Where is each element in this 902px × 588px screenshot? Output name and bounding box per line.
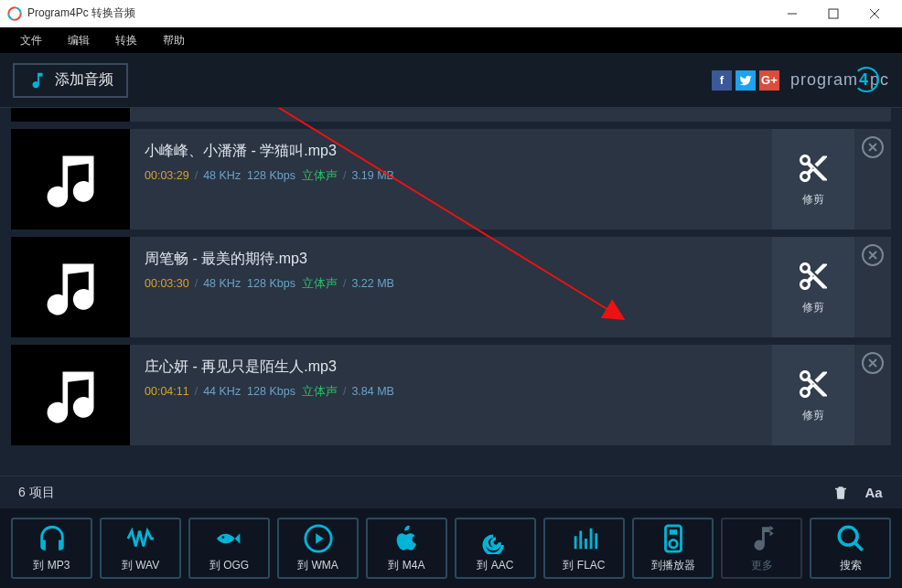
track-row[interactable]: 庄心妍 - 再见只是陌生人.mp3 00:04:11/44 KHz 128 Kb…: [11, 345, 891, 445]
spiral-icon: [480, 523, 511, 554]
track-info: 小峰峰、小潘潘 - 学猫叫.mp3 00:03:29/48 KHz 128 Kb…: [130, 129, 772, 230]
track-thumbnail: [11, 237, 130, 337]
menu-convert[interactable]: 转换: [102, 33, 150, 48]
googleplus-icon[interactable]: G+: [759, 70, 779, 91]
remove-track-button[interactable]: [854, 237, 891, 337]
track-row-partial: [11, 108, 891, 122]
window-minimize-button[interactable]: [771, 0, 812, 27]
track-title: 庄心妍 - 再见只是陌生人.mp3: [145, 358, 757, 377]
svg-point-13: [221, 536, 224, 539]
window-close-button[interactable]: [854, 0, 895, 27]
trim-label: 修剪: [802, 192, 824, 208]
track-list: 小峰峰、小潘潘 - 学猫叫.mp3 00:03:29/48 KHz 128 Kb…: [0, 108, 902, 476]
format-mp3-button[interactable]: 到 MP3: [11, 518, 92, 579]
track-info: 庄心妍 - 再见只是陌生人.mp3 00:04:11/44 KHz 128 Kb…: [130, 345, 772, 445]
music-more-icon: [746, 523, 778, 554]
track-row[interactable]: 周笔畅 - 最美的期待.mp3 00:03:30/48 KHz 128 Kbps…: [11, 237, 891, 337]
close-icon: [867, 250, 878, 261]
app-icon: [7, 6, 22, 21]
font-size-button[interactable]: Aa: [864, 483, 884, 503]
twitter-icon[interactable]: [736, 70, 756, 91]
device-icon: [658, 523, 689, 554]
menu-edit[interactable]: 编辑: [55, 33, 102, 48]
wave-icon: [125, 523, 156, 554]
music-note-icon: [39, 364, 102, 426]
music-note-icon: [39, 148, 102, 210]
svg-rect-17: [669, 529, 677, 535]
svg-line-19: [854, 542, 863, 551]
menu-file[interactable]: 文件: [7, 33, 55, 48]
add-audio-label: 添加音频: [55, 70, 113, 90]
trim-button[interactable]: 修剪: [772, 345, 854, 445]
menu-help[interactable]: 帮助: [150, 33, 198, 48]
apple-icon: [392, 523, 423, 554]
track-meta: 00:04:11/44 KHz 128 Kbps 立体声/3.84 MB: [145, 384, 757, 400]
format-wav-button[interactable]: 到 WAV: [100, 518, 181, 579]
track-thumbnail: [11, 345, 130, 445]
format-m4a-button[interactable]: 到 M4A: [366, 518, 447, 579]
header-row: 添加音频 f G+ program4pc: [0, 53, 902, 108]
window-maximize-button[interactable]: [812, 0, 854, 27]
track-title: 小峰峰、小潘潘 - 学猫叫.mp3: [145, 142, 757, 161]
track-title: 周笔畅 - 最美的期待.mp3: [145, 250, 757, 269]
trash-icon: [832, 485, 849, 501]
svg-point-16: [669, 540, 677, 548]
brand-logo: program4pc: [790, 70, 889, 90]
social-icons: f G+: [712, 70, 779, 91]
format-player-button[interactable]: 到播放器: [632, 518, 714, 579]
track-meta: 00:03:30/48 KHz 128 Kbps 立体声/3.22 MB: [145, 276, 757, 292]
play-circle-icon: [303, 523, 334, 554]
track-info: 周笔畅 - 最美的期待.mp3 00:03:30/48 KHz 128 Kbps…: [130, 237, 772, 337]
item-count: 6 项目: [18, 485, 55, 501]
trim-button[interactable]: 修剪: [772, 237, 854, 337]
format-aac-button[interactable]: 到 AAC: [455, 518, 536, 579]
add-audio-button[interactable]: 添加音频: [13, 63, 128, 98]
scissors-icon: [797, 260, 830, 293]
format-bar: 到 MP3 到 WAV 到 OGG 到 WMA 到 M4A 到 AAC 到 FL…: [0, 508, 902, 588]
headphones-icon: [37, 523, 68, 554]
remove-track-button[interactable]: [854, 129, 891, 230]
music-note-icon: [27, 70, 48, 91]
remove-track-button[interactable]: [854, 345, 891, 445]
delete-button[interactable]: [831, 483, 851, 503]
equalizer-icon: [569, 523, 600, 554]
trim-label: 修剪: [802, 300, 824, 315]
svg-rect-3: [829, 9, 838, 18]
window-titlebar: Program4Pc 转换音频: [0, 0, 902, 27]
format-search-button[interactable]: 搜索: [810, 518, 891, 579]
search-icon: [835, 523, 866, 554]
trim-label: 修剪: [802, 408, 824, 423]
trim-button[interactable]: 修剪: [772, 129, 854, 230]
scissors-icon: [797, 152, 830, 185]
track-thumbnail: [11, 129, 130, 230]
svg-point-18: [839, 527, 857, 545]
window-title: Program4Pc 转换音频: [27, 5, 771, 21]
format-wma-button[interactable]: 到 WMA: [277, 518, 359, 579]
format-ogg-button[interactable]: 到 OGG: [188, 518, 270, 579]
format-more-button[interactable]: 更多: [721, 518, 802, 579]
facebook-icon[interactable]: f: [712, 70, 732, 91]
menubar: 文件 编辑 转换 帮助: [0, 27, 902, 53]
track-row[interactable]: 小峰峰、小潘潘 - 学猫叫.mp3 00:03:29/48 KHz 128 Kb…: [11, 129, 891, 230]
status-bar: 6 项目 Aa: [0, 476, 902, 508]
track-meta: 00:03:29/48 KHz 128 Kbps 立体声/3.19 MB: [145, 168, 757, 184]
music-note-icon: [39, 256, 102, 318]
close-icon: [867, 142, 878, 153]
format-flac-button[interactable]: 到 FLAC: [543, 518, 625, 579]
close-icon: [867, 358, 878, 369]
scissors-icon: [797, 368, 830, 401]
fish-icon: [214, 523, 245, 554]
